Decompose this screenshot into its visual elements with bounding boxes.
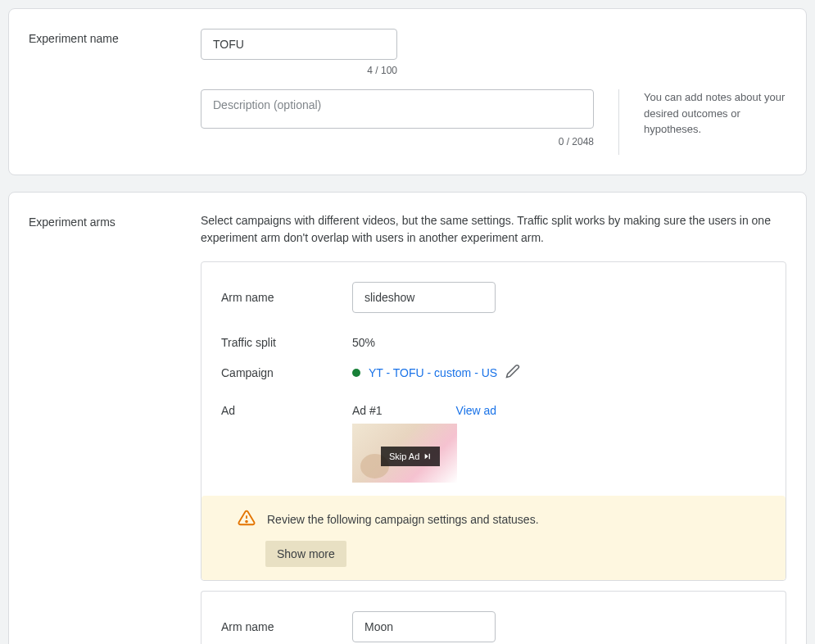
ad-thumbnail[interactable]: Skip Ad bbox=[352, 424, 457, 483]
view-ad-link[interactable]: View ad bbox=[456, 404, 497, 417]
skip-ad-overlay: Skip Ad bbox=[381, 447, 440, 466]
arm-name-input[interactable] bbox=[352, 282, 496, 313]
arm-card-2: Arm name bbox=[201, 591, 786, 644]
vertical-divider bbox=[618, 89, 619, 155]
campaign-link[interactable]: YT - TOFU - custom - US bbox=[369, 366, 497, 379]
arm-card-1: Arm name Traffic split 50% Campaign YT -… bbox=[201, 261, 786, 581]
warning-icon bbox=[238, 509, 256, 529]
description-help-text: You can add notes about your desired out… bbox=[644, 89, 786, 138]
skip-forward-icon bbox=[423, 452, 432, 460]
traffic-split-value: 50% bbox=[352, 336, 766, 349]
ad-label: Ad bbox=[221, 404, 352, 417]
arms-description: Select campaigns with different videos, … bbox=[201, 212, 786, 247]
arm-name-label: Arm name bbox=[221, 620, 352, 633]
svg-point-1 bbox=[246, 521, 247, 523]
arm-name-label: Arm name bbox=[221, 291, 352, 304]
experiment-name-card: Experiment name 4 / 100 0 / 2048 You can… bbox=[8, 8, 807, 175]
name-char-counter: 4 / 100 bbox=[201, 65, 397, 76]
alert-box: Review the following campaign settings a… bbox=[201, 496, 786, 580]
experiment-name-label: Experiment name bbox=[29, 29, 201, 45]
show-more-button[interactable]: Show more bbox=[265, 541, 346, 567]
description-input[interactable] bbox=[201, 89, 594, 129]
skip-ad-text: Skip Ad bbox=[389, 451, 419, 461]
description-char-counter: 0 / 2048 bbox=[201, 136, 594, 147]
experiment-name-input[interactable] bbox=[201, 29, 397, 60]
traffic-split-label: Traffic split bbox=[221, 336, 352, 349]
alert-text: Review the following campaign settings a… bbox=[267, 513, 539, 526]
ad-number: Ad #1 bbox=[352, 404, 383, 417]
experiment-arms-card: Experiment arms Select campaigns with di… bbox=[8, 192, 807, 644]
status-dot-icon bbox=[352, 369, 360, 377]
campaign-label: Campaign bbox=[221, 366, 352, 379]
arm-name-input[interactable] bbox=[352, 611, 496, 642]
pencil-icon[interactable] bbox=[505, 364, 520, 381]
experiment-arms-label: Experiment arms bbox=[29, 212, 201, 229]
